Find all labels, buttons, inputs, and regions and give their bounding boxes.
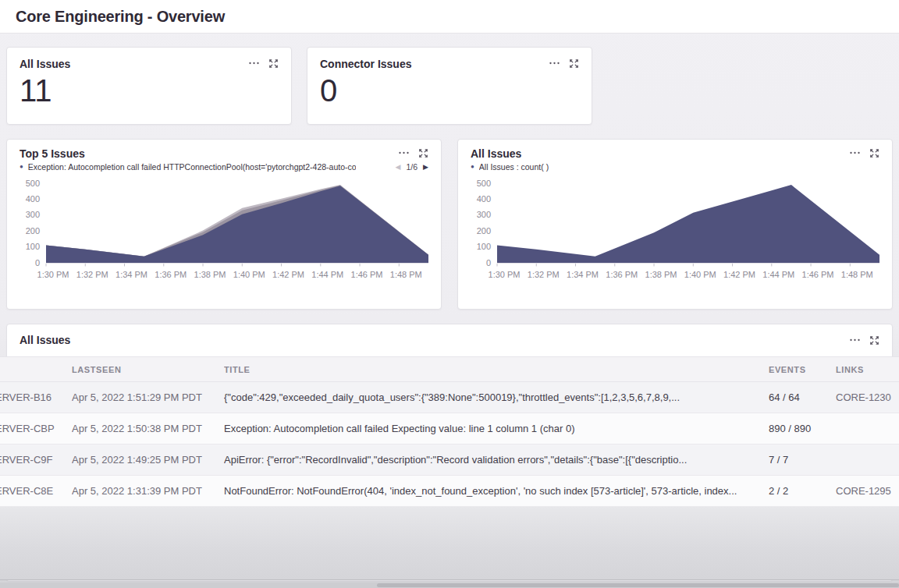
- svg-text:1:44 PM: 1:44 PM: [762, 270, 794, 279]
- issue-title[interactable]: ApiError: {"error":"RecordInvalid","desc…: [224, 454, 769, 466]
- issue-lastseen: Apr 5, 2022 1:50:38 PM PDT: [72, 423, 224, 434]
- all-issues-area-chart[interactable]: 01002003004005001:30 PM1:32 PM1:34 PM1:3…: [471, 175, 879, 294]
- svg-text:1:46 PM: 1:46 PM: [351, 270, 383, 279]
- table-row[interactable]: ERVER-CBP Apr 5, 2022 1:50:38 PM PDT Exc…: [0, 413, 899, 445]
- svg-text:1:44 PM: 1:44 PM: [311, 270, 343, 279]
- dashboard-content: All Issues 11 Connector Issues: [0, 34, 899, 581]
- legend-series-dot: ●: [471, 164, 474, 170]
- expand-icon[interactable]: [869, 335, 879, 345]
- more-options-icon[interactable]: [398, 147, 410, 158]
- issue-events: 890 / 890: [769, 423, 836, 434]
- top5-issues-area-chart[interactable]: 01002003004005001:30 PM1:32 PM1:34 PM1:3…: [20, 175, 428, 294]
- table-row[interactable]: ERVER-B16 Apr 5, 2022 1:51:29 PM PDT {"c…: [0, 382, 899, 413]
- issue-title[interactable]: Exception: Autocompletion call failed Ex…: [224, 423, 769, 434]
- svg-text:400: 400: [477, 194, 491, 204]
- svg-text:100: 100: [26, 242, 40, 251]
- issue-events: 2 / 2: [769, 485, 836, 497]
- issue-id: ERVER-C9F: [0, 454, 72, 466]
- widget-title: Top 5 Issues: [20, 147, 85, 160]
- svg-text:1:42 PM: 1:42 PM: [723, 270, 755, 279]
- column-header-title: TITLE: [224, 365, 769, 374]
- expand-icon[interactable]: [569, 58, 579, 69]
- table-header-row: LASTSEEN TITLE EVENTS LINKS: [0, 356, 899, 382]
- widget-title: All Issues: [20, 58, 70, 70]
- issue-id: ERVER-C8E: [0, 485, 72, 497]
- svg-text:1:42 PM: 1:42 PM: [272, 270, 304, 279]
- issue-lastseen: Apr 5, 2022 1:31:39 PM PDT: [72, 485, 224, 497]
- legend-series-dot: ●: [20, 164, 23, 170]
- chart-cards-row: Top 5 Issues ● Exception: Autocompletion…: [6, 139, 893, 310]
- svg-text:500: 500: [477, 179, 491, 188]
- svg-text:0: 0: [486, 258, 491, 267]
- widget-title: Connector Issues: [320, 58, 411, 70]
- svg-text:1:48 PM: 1:48 PM: [841, 270, 873, 279]
- svg-text:200: 200: [477, 226, 491, 236]
- widget-top5-issues-chart: Top 5 Issues ● Exception: Autocompletion…: [6, 139, 442, 310]
- svg-text:200: 200: [26, 226, 40, 236]
- svg-text:1:38 PM: 1:38 PM: [194, 270, 226, 279]
- more-options-icon[interactable]: [248, 58, 260, 69]
- legend-prev-icon[interactable]: ◀: [396, 164, 401, 171]
- legend-next-icon[interactable]: ▶: [423, 164, 428, 171]
- svg-text:1:36 PM: 1:36 PM: [155, 270, 187, 279]
- widget-all-issues-count: All Issues 11: [6, 47, 292, 125]
- legend-series-label[interactable]: Exception: Autocompletion call failed HT…: [28, 162, 356, 172]
- more-options-icon[interactable]: [549, 58, 560, 69]
- svg-text:100: 100: [477, 242, 491, 251]
- issue-link[interactable]: CORE-1295: [836, 485, 899, 497]
- more-options-icon[interactable]: [849, 335, 861, 345]
- issue-lastseen: Apr 5, 2022 1:51:29 PM PDT: [72, 391, 224, 403]
- widget-title: All Issues: [20, 334, 70, 346]
- legend-series-label[interactable]: All Issues : count( ): [479, 162, 549, 172]
- chart-legend: ● Exception: Autocompletion call failed …: [20, 162, 428, 172]
- svg-text:1:48 PM: 1:48 PM: [390, 270, 422, 279]
- table-empty-area: [0, 507, 899, 580]
- horizontal-scrollbar[interactable]: [0, 583, 899, 588]
- svg-text:1:40 PM: 1:40 PM: [684, 270, 716, 279]
- page-title: Core Engineering - Overview: [16, 8, 225, 26]
- svg-text:1:30 PM: 1:30 PM: [37, 270, 69, 279]
- widget-connector-issues-count: Connector Issues 0: [307, 47, 592, 125]
- issue-events: 64 / 64: [769, 391, 836, 403]
- issue-title[interactable]: NotFoundError: NotFoundError(404, 'index…: [224, 485, 769, 497]
- svg-text:1:34 PM: 1:34 PM: [567, 270, 599, 279]
- issue-title[interactable]: {"code":429,"exceeded_daily_quota_users"…: [224, 391, 769, 403]
- svg-text:1:34 PM: 1:34 PM: [115, 270, 147, 279]
- issue-lastseen: Apr 5, 2022 1:49:25 PM PDT: [72, 454, 224, 466]
- svg-text:300: 300: [477, 210, 491, 219]
- issue-link[interactable]: CORE-1230: [836, 391, 899, 403]
- svg-text:1:46 PM: 1:46 PM: [802, 270, 834, 279]
- issue-events: 7 / 7: [769, 454, 836, 466]
- expand-icon[interactable]: [869, 148, 879, 158]
- svg-text:1:40 PM: 1:40 PM: [233, 270, 265, 279]
- svg-text:1:30 PM: 1:30 PM: [489, 270, 521, 279]
- stat-cards-row: All Issues 11 Connector Issues: [6, 47, 893, 125]
- svg-text:1:32 PM: 1:32 PM: [528, 270, 560, 279]
- issue-id: ERVER-B16: [0, 391, 72, 403]
- svg-text:1:38 PM: 1:38 PM: [645, 270, 677, 279]
- svg-text:0: 0: [35, 258, 40, 267]
- connector-issues-count-value: 0: [320, 73, 579, 108]
- top-bar: Core Engineering - Overview: [0, 0, 899, 34]
- table-row[interactable]: ERVER-C8E Apr 5, 2022 1:31:39 PM PDT Not…: [0, 476, 899, 507]
- svg-text:500: 500: [26, 179, 40, 188]
- widget-all-issues-chart: All Issues ● All Issues : count( ) 01002…: [457, 139, 893, 310]
- chart-legend: ● All Issues : count( ): [471, 162, 879, 172]
- expand-icon[interactable]: [418, 148, 428, 158]
- column-header-events: EVENTS: [769, 365, 836, 374]
- svg-text:1:36 PM: 1:36 PM: [606, 270, 638, 279]
- column-header-links: LINKS: [836, 365, 899, 374]
- svg-text:400: 400: [26, 194, 40, 204]
- issues-table: LASTSEEN TITLE EVENTS LINKS ERVER-B16 Ap…: [0, 356, 899, 507]
- horizontal-scrollbar-thumb[interactable]: [377, 583, 899, 587]
- table-row[interactable]: ERVER-C9F Apr 5, 2022 1:49:25 PM PDT Api…: [0, 445, 899, 476]
- issue-id: ERVER-CBP: [0, 423, 72, 434]
- more-options-icon[interactable]: [849, 147, 861, 158]
- svg-text:300: 300: [26, 210, 40, 219]
- widget-title: All Issues: [471, 147, 521, 160]
- column-header-lastseen: LASTSEEN: [72, 365, 224, 374]
- all-issues-count-value: 11: [20, 73, 279, 108]
- widget-all-issues-table: All Issues LASTSEEN TITLE EVENTS LINKS: [6, 324, 893, 581]
- svg-text:1:32 PM: 1:32 PM: [76, 270, 108, 279]
- expand-icon[interactable]: [268, 58, 279, 69]
